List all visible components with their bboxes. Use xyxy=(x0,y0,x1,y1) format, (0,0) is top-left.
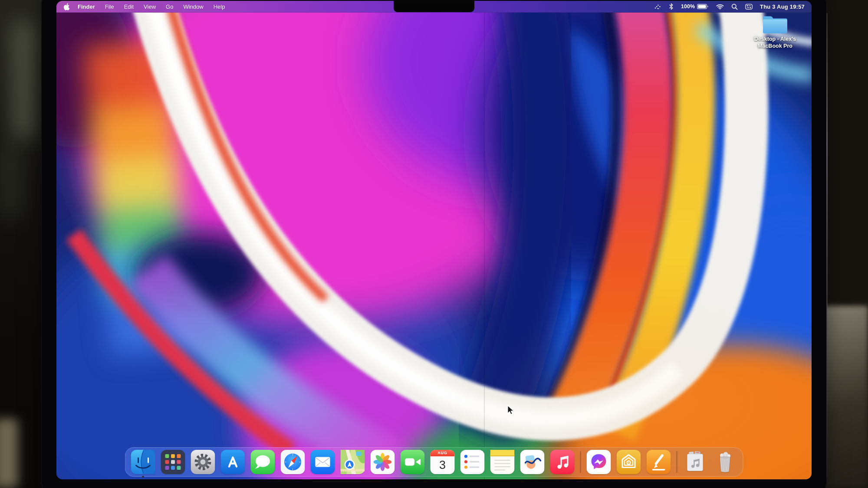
menu-bar-clock[interactable]: Thu 3 Aug 19:57 xyxy=(760,3,805,10)
dock-maps[interactable] xyxy=(341,450,365,474)
dock-pages[interactable] xyxy=(647,450,671,474)
messenger-app-icon xyxy=(587,450,611,474)
furniture-blur xyxy=(0,419,18,488)
calendar-month-label: AUG xyxy=(431,450,455,456)
notes-app-icon xyxy=(490,450,515,474)
dock-system-settings[interactable] xyxy=(191,450,215,474)
dock-notes[interactable] xyxy=(490,450,515,474)
dock-separator xyxy=(677,451,677,473)
desktop-folder[interactable]: Desktop - Alex's MacBook Pro xyxy=(746,14,804,49)
window-light-reflection xyxy=(1,143,20,217)
camera-notch xyxy=(394,1,474,12)
dock-photos[interactable] xyxy=(371,450,395,474)
folder-icon xyxy=(762,14,789,35)
menu-view[interactable]: View xyxy=(144,3,156,10)
dock-reminders[interactable] xyxy=(460,450,485,474)
dock-finder[interactable] xyxy=(131,450,155,474)
room-background-left xyxy=(0,0,48,488)
safari-app-icon xyxy=(281,450,305,474)
settings-app-icon xyxy=(191,450,215,474)
dock-messages[interactable] xyxy=(251,450,275,474)
menu-items: FileEditViewGoWindowHelp xyxy=(105,3,225,10)
bluetooth-icon[interactable] xyxy=(669,3,674,10)
dock-safari[interactable] xyxy=(281,450,305,474)
aluminum-edge xyxy=(826,13,828,478)
dock-mail[interactable] xyxy=(311,450,335,474)
music-app-icon xyxy=(550,450,575,474)
trash-app-icon xyxy=(713,450,737,474)
launchpad-app-icon xyxy=(161,450,185,474)
menu-window[interactable]: Window xyxy=(183,3,203,10)
mail-app-icon xyxy=(311,450,335,474)
dock-app-store[interactable] xyxy=(221,450,245,474)
menu-edit[interactable]: Edit xyxy=(124,3,134,10)
spotlight-search-icon[interactable] xyxy=(731,3,738,10)
control-center-icon[interactable] xyxy=(745,4,753,10)
dock-separator xyxy=(580,451,581,473)
battery-percent-label: 100% xyxy=(681,3,695,10)
dock-calendar[interactable]: AUG3 xyxy=(431,450,455,474)
pages-app-icon xyxy=(647,450,671,474)
menu-help[interactable]: Help xyxy=(214,3,225,10)
window-light-reflection xyxy=(11,22,36,139)
photo-seam-artifact xyxy=(484,1,485,479)
maps-app-icon xyxy=(341,450,365,474)
finder-app-icon xyxy=(131,450,155,474)
dock: AUG3 xyxy=(125,447,743,477)
freeform-app-icon xyxy=(520,450,545,474)
apple-menu-icon[interactable] xyxy=(63,3,69,10)
menu-go[interactable]: Go xyxy=(166,3,173,10)
dock-launchpad[interactable] xyxy=(161,450,185,474)
app-menu-finder[interactable]: Finder xyxy=(78,3,95,10)
desk-surface xyxy=(821,306,868,488)
status-menu-area: 100% xyxy=(654,3,805,10)
running-indicator-dot xyxy=(142,476,144,478)
dock-facetime[interactable] xyxy=(401,450,425,474)
photo-of-macbook: { "device": { "name": "MacBook Pro" }, "… xyxy=(0,0,868,488)
battery-indicator[interactable]: 100% xyxy=(681,3,709,10)
photos-app-icon xyxy=(371,450,395,474)
calendar-day-label: 3 xyxy=(431,456,455,474)
desktop-wallpaper xyxy=(56,1,812,479)
folder-label: Desktop - Alex's MacBook Pro xyxy=(754,36,796,49)
messages-app-icon xyxy=(251,450,275,474)
folder-music-app-icon xyxy=(683,450,707,474)
dots-status-icon[interactable] xyxy=(654,4,661,10)
dock-freeform[interactable] xyxy=(520,450,545,474)
dock-home[interactable] xyxy=(617,450,641,474)
dock-messenger[interactable] xyxy=(587,450,611,474)
menu-file[interactable]: File xyxy=(105,3,114,10)
wifi-icon[interactable] xyxy=(716,4,724,10)
room-background-right xyxy=(821,0,868,488)
battery-icon xyxy=(697,4,709,9)
reminders-app-icon xyxy=(460,450,485,474)
facetime-app-icon xyxy=(401,450,425,474)
home-app-icon xyxy=(617,450,641,474)
dock-trash[interactable] xyxy=(713,450,737,474)
macbook-screen: Finder FileEditViewGoWindowHelp 100% xyxy=(56,1,812,479)
dock-music-folder[interactable] xyxy=(683,450,707,474)
dock-music[interactable] xyxy=(550,450,575,474)
appstore-app-icon xyxy=(221,450,245,474)
